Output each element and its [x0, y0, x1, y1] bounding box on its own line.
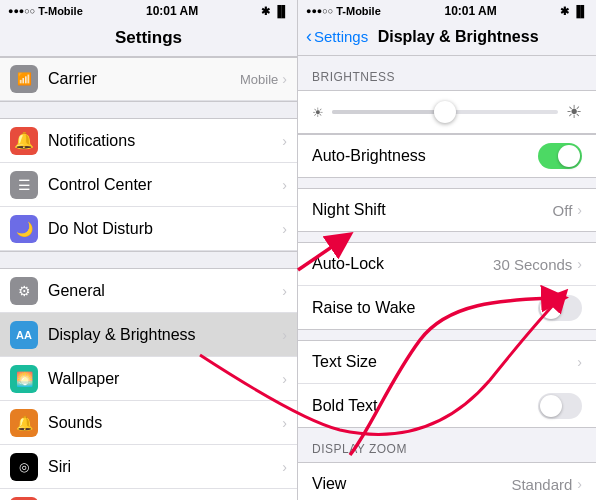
bold-text-label: Bold Text: [312, 397, 538, 415]
notifications-chevron: ›: [282, 133, 287, 149]
night-shift-label: Night Shift: [312, 201, 553, 219]
touch-id-icon: ✋: [10, 497, 38, 501]
auto-brightness-row[interactable]: Auto-Brightness: [298, 134, 596, 178]
settings-row-control-center[interactable]: ☰ Control Center ›: [0, 163, 297, 207]
divider-2: [0, 251, 297, 269]
right-panel: ●●●○○ T-Mobile 10:01 AM ✱ ▐▌ ‹ Settings …: [298, 0, 596, 500]
text-size-label: Text Size: [312, 353, 577, 371]
left-status-left: ●●●○○ T-Mobile: [8, 5, 83, 17]
carrier-value: Mobile: [240, 72, 278, 87]
auto-lock-value: 30 Seconds: [493, 256, 572, 273]
display-chevron: ›: [282, 327, 287, 343]
night-shift-group: Night Shift Off ›: [298, 188, 596, 232]
right-battery-icon: ▐▌: [572, 5, 588, 17]
right-status-left: ●●●○○ T-Mobile: [306, 5, 381, 17]
brightness-high-icon: ☀: [566, 101, 582, 123]
view-value: Standard: [511, 476, 572, 493]
auto-brightness-label: Auto-Brightness: [312, 147, 538, 165]
settings-row-display[interactable]: AA Display & Brightness ›: [0, 313, 297, 357]
notifications-icon: 🔔: [10, 127, 38, 155]
settings-row-touch-id[interactable]: ✋ Touch ID & Passcode ›: [0, 489, 297, 500]
display-label: Display & Brightness: [48, 326, 282, 344]
night-shift-row[interactable]: Night Shift Off ›: [298, 188, 596, 232]
display-zoom-label: DISPLAY ZOOM: [298, 428, 596, 462]
right-status-right: ✱ ▐▌: [560, 5, 588, 18]
view-row[interactable]: View Standard ›: [298, 462, 596, 500]
control-center-icon: ☰: [10, 171, 38, 199]
settings-row-sounds[interactable]: 🔔 Sounds ›: [0, 401, 297, 445]
carrier-row-label: Carrier: [48, 70, 240, 88]
carrier-label: T-Mobile: [38, 5, 83, 17]
spacer-1: [298, 178, 596, 188]
settings-list: 📶 Carrier Mobile › 🔔 Notifications › ☰: [0, 57, 297, 500]
right-signal-dots: ●●●○○: [306, 6, 333, 16]
left-status-bar: ●●●○○ T-Mobile 10:01 AM ✱ ▐▌: [0, 0, 297, 22]
carrier-chevron: ›: [282, 71, 287, 87]
brightness-section-label: BRIGHTNESS: [298, 56, 596, 90]
night-shift-value: Off: [553, 202, 573, 219]
raise-to-wake-label: Raise to Wake: [312, 299, 538, 317]
siri-chevron: ›: [282, 459, 287, 475]
control-center-chevron: ›: [282, 177, 287, 193]
notifications-label: Notifications: [48, 132, 282, 150]
settings-row-notifications[interactable]: 🔔 Notifications ›: [0, 119, 297, 163]
settings-row-general[interactable]: ⚙ General ›: [0, 269, 297, 313]
brightness-thumb: [434, 101, 456, 123]
zoom-group: View Standard ›: [298, 462, 596, 500]
raise-to-wake-thumb: [540, 297, 562, 319]
siri-label: Siri: [48, 458, 282, 476]
signal-dots: ●●●○○: [8, 6, 35, 16]
raise-to-wake-row[interactable]: Raise to Wake: [298, 286, 596, 330]
spacer-2: [298, 232, 596, 242]
raise-to-wake-toggle[interactable]: [538, 295, 582, 321]
view-label: View: [312, 475, 511, 493]
night-shift-chevron: ›: [577, 202, 582, 218]
text-size-row[interactable]: Text Size ›: [298, 340, 596, 384]
settings-row-wallpaper[interactable]: 🌅 Wallpaper ›: [0, 357, 297, 401]
battery-icon: ▐▌: [273, 5, 289, 17]
text-size-chevron: ›: [577, 354, 582, 370]
general-chevron: ›: [282, 283, 287, 299]
bold-text-toggle[interactable]: [538, 393, 582, 419]
right-time: 10:01 AM: [444, 4, 496, 18]
auto-lock-row[interactable]: Auto-Lock 30 Seconds ›: [298, 242, 596, 286]
settings-row-do-not-disturb[interactable]: 🌙 Do Not Disturb ›: [0, 207, 297, 251]
auto-brightness-group: Auto-Brightness: [298, 134, 596, 178]
general-label: General: [48, 282, 282, 300]
carrier-icon: 📶: [10, 65, 38, 93]
autolock-group: Auto-Lock 30 Seconds › Raise to Wake: [298, 242, 596, 330]
left-title: Settings: [0, 22, 297, 57]
brightness-low-icon: ☀: [312, 105, 324, 120]
auto-lock-chevron: ›: [577, 256, 582, 272]
back-label: Settings: [314, 28, 368, 45]
auto-brightness-toggle[interactable]: [538, 143, 582, 169]
auto-lock-label: Auto-Lock: [312, 255, 493, 273]
brightness-section: ☀ ☀: [298, 90, 596, 134]
display-icon: AA: [10, 321, 38, 349]
text-group: Text Size › Bold Text: [298, 340, 596, 428]
bold-text-row[interactable]: Bold Text: [298, 384, 596, 428]
sounds-icon: 🔔: [10, 409, 38, 437]
spacer-3: [298, 330, 596, 340]
brightness-slider[interactable]: [332, 110, 558, 114]
right-bluetooth-icon: ✱: [560, 5, 569, 18]
wallpaper-chevron: ›: [282, 371, 287, 387]
auto-brightness-thumb: [558, 145, 580, 167]
wallpaper-label: Wallpaper: [48, 370, 282, 388]
left-panel: ●●●○○ T-Mobile 10:01 AM ✱ ▐▌ Settings 📶 …: [0, 0, 298, 500]
settings-row-siri[interactable]: ◎ Siri ›: [0, 445, 297, 489]
right-carrier: T-Mobile: [336, 5, 381, 17]
siri-icon: ◎: [10, 453, 38, 481]
right-title: Display & Brightness: [368, 28, 548, 46]
back-button[interactable]: ‹ Settings: [306, 26, 368, 47]
right-status-bar: ●●●○○ T-Mobile 10:01 AM ✱ ▐▌: [298, 0, 596, 22]
sounds-chevron: ›: [282, 415, 287, 431]
settings-row-carrier[interactable]: 📶 Carrier Mobile ›: [0, 57, 297, 101]
bold-text-thumb: [540, 395, 562, 417]
left-time: 10:01 AM: [146, 4, 198, 18]
left-status-right: ✱ ▐▌: [261, 5, 289, 18]
divider-1: [0, 101, 297, 119]
do-not-disturb-label: Do Not Disturb: [48, 220, 282, 238]
bluetooth-icon: ✱: [261, 5, 270, 18]
wallpaper-icon: 🌅: [10, 365, 38, 393]
